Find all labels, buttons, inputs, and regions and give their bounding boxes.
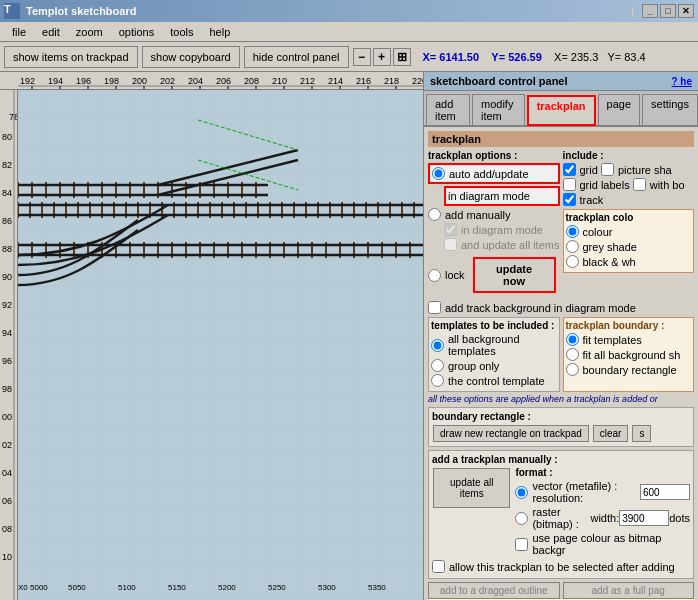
allow-select-label: allow this trackplan to be selected afte… — [449, 561, 675, 573]
raster-format-radio[interactable] — [515, 512, 528, 525]
hide-control-panel-button[interactable]: hide control panel — [244, 46, 349, 68]
tab-settings[interactable]: settings — [642, 94, 698, 125]
add-manually-label: add manually — [445, 209, 510, 221]
svg-text:202: 202 — [160, 76, 175, 86]
control-template-radio[interactable] — [431, 374, 444, 387]
include-grid-labels-check[interactable] — [563, 178, 576, 191]
info-text: all these options are applied when a tra… — [428, 394, 694, 404]
add-dragged-outline-button[interactable]: add to a dragged outline — [428, 582, 560, 599]
include-title: include : — [563, 150, 695, 161]
menu-bar: file edit zoom options tools help — [0, 22, 698, 42]
fit-all-bg-radio[interactable] — [566, 348, 579, 361]
clear-button[interactable]: clear — [593, 425, 629, 442]
svg-text:98: 98 — [2, 384, 12, 394]
update-now-button[interactable]: update now — [473, 257, 556, 293]
include-grid-check[interactable] — [563, 163, 576, 176]
svg-text:192: 192 — [20, 76, 35, 86]
fit-all-bg-label: fit all background sh — [583, 349, 681, 361]
main-area: 192 194 196 198 200 202 204 206 208 210 … — [0, 72, 698, 600]
app-title: Templot sketchboard — [26, 5, 623, 17]
boundary-rect-section: boundary rectangle : draw new rectangle … — [428, 407, 694, 447]
zoom-plus-button[interactable]: + — [373, 48, 391, 66]
allow-select-check[interactable] — [432, 560, 445, 573]
svg-text:5350: 5350 — [368, 583, 386, 592]
add-manually-radio[interactable] — [428, 208, 441, 221]
zoom-minus-button[interactable]: − — [353, 48, 371, 66]
update-all-items-button[interactable]: update all items — [433, 468, 510, 508]
trackplan-section-header: trackplan — [428, 131, 694, 147]
tab-add-item[interactable]: add item — [426, 94, 470, 125]
zoom-fit-button[interactable]: ⊞ — [393, 48, 411, 66]
colour-grey-radio[interactable] — [566, 240, 579, 253]
and-update-check[interactable] — [444, 238, 457, 251]
svg-text:80: 80 — [2, 132, 12, 142]
fit-templates-radio[interactable] — [566, 333, 579, 346]
svg-text:194: 194 — [48, 76, 63, 86]
svg-text:10: 10 — [2, 552, 12, 562]
include-track-check[interactable] — [563, 193, 576, 206]
add-full-page-button[interactable]: add as a full pag — [563, 582, 695, 599]
svg-text:220: 220 — [412, 76, 423, 86]
colour-bw-radio[interactable] — [566, 255, 579, 268]
in-diagram-mode-label: in diagram mode — [448, 190, 530, 202]
colour-colour-radio[interactable] — [566, 225, 579, 238]
svg-text:06: 06 — [2, 496, 12, 506]
show-copyboard-button[interactable]: show copyboard — [142, 46, 240, 68]
vector-format-radio[interactable] — [515, 486, 528, 499]
tab-modify-item[interactable]: modify item — [472, 94, 525, 125]
include-grid-labels-label: grid labels — [580, 179, 630, 191]
vector-resolution-input[interactable] — [640, 484, 690, 500]
lock-label: lock — [445, 269, 465, 281]
include-track-label: track — [580, 194, 604, 206]
include-with-bo-label: with bo — [650, 179, 685, 191]
draw-rectangle-button[interactable]: draw new rectangle on trackpad — [433, 425, 589, 442]
drawing-canvas[interactable]: X0 5000 5050 5100 5150 5200 5250 5300 53… — [18, 90, 423, 600]
include-picture-label: picture sha — [618, 164, 672, 176]
control-panel-title: sketchboard control panel ? he — [424, 72, 698, 91]
s-button[interactable]: s — [632, 425, 651, 442]
svg-text:94: 94 — [2, 328, 12, 338]
svg-rect-49 — [18, 90, 423, 600]
tab-page[interactable]: page — [598, 94, 640, 125]
fit-templates-label: fit templates — [583, 334, 642, 346]
cp-panel-content: trackplan trackplan options : auto add/u… — [424, 127, 698, 600]
add-track-bg-check[interactable] — [428, 301, 441, 314]
coord-y2: Y= 83.4 — [607, 51, 645, 63]
svg-text:218: 218 — [384, 76, 399, 86]
all-bg-radio[interactable] — [431, 339, 444, 352]
boundary-rect-radio[interactable] — [566, 363, 579, 376]
menu-tools[interactable]: tools — [162, 24, 201, 40]
group-only-radio[interactable] — [431, 359, 444, 372]
minimize-button[interactable]: _ — [642, 4, 658, 18]
menu-file[interactable]: file — [4, 24, 34, 40]
colours-title: trackplan colo — [566, 212, 692, 223]
svg-text:5250: 5250 — [268, 583, 286, 592]
coord-y: Y= 526.59 — [491, 51, 541, 63]
menu-zoom[interactable]: zoom — [68, 24, 111, 40]
show-items-button[interactable]: show items on trackpad — [4, 46, 138, 68]
cp-help-button[interactable]: ? he — [671, 76, 692, 87]
include-picture-check[interactable] — [601, 163, 614, 176]
in-diagram-mode2-check[interactable] — [444, 223, 457, 236]
maximize-button[interactable]: □ — [660, 4, 676, 18]
raster-width-input[interactable] — [619, 510, 669, 526]
menu-options[interactable]: options — [111, 24, 162, 40]
menu-edit[interactable]: edit — [34, 24, 68, 40]
boundary-title: trackplan boundary : — [566, 320, 692, 331]
include-with-bo-check[interactable] — [633, 178, 646, 191]
auto-add-radio[interactable] — [432, 167, 445, 180]
coord-x2: X= 235.3 — [554, 51, 598, 63]
svg-text:92: 92 — [2, 300, 12, 310]
svg-text:196: 196 — [76, 76, 91, 86]
group-only-label: group only — [448, 360, 499, 372]
use-page-colour-check[interactable] — [515, 538, 528, 551]
include-grid-label: grid — [580, 164, 598, 176]
canvas-area[interactable]: 192 194 196 198 200 202 204 206 208 210 … — [0, 72, 423, 600]
tab-trackplan[interactable]: trackplan — [527, 95, 596, 126]
lock-radio[interactable] — [428, 269, 441, 282]
close-button[interactable]: ✕ — [678, 4, 694, 18]
svg-text:5200: 5200 — [218, 583, 236, 592]
menu-help[interactable]: help — [201, 24, 238, 40]
svg-text:208: 208 — [244, 76, 259, 86]
width-label: width: — [590, 512, 619, 524]
